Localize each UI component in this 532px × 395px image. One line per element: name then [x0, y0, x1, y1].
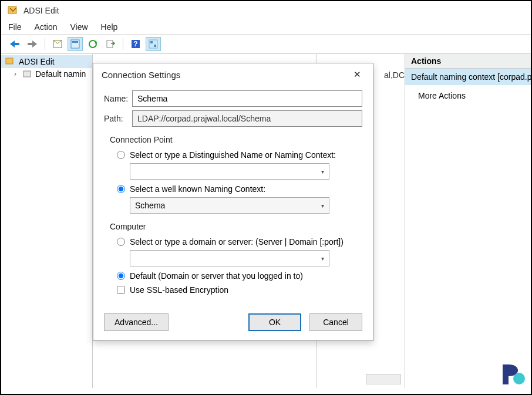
svg-point-15 — [513, 373, 525, 384]
cancel-button[interactable]: Cancel — [309, 313, 362, 331]
svg-rect-13 — [6, 58, 13, 64]
view-config-icon[interactable] — [146, 37, 161, 51]
ssl-checkbox[interactable] — [117, 286, 125, 294]
toolbar: ? — [1, 35, 531, 54]
close-icon[interactable]: ✕ — [350, 69, 365, 80]
tree-root-label: ADSI Edit — [19, 57, 55, 66]
expander-icon[interactable]: › — [14, 70, 21, 78]
window-titlebar: ADSI Edit — [1, 1, 531, 20]
chevron-down-icon: ▾ — [321, 168, 324, 175]
tree-root[interactable]: ADSI Edit — [1, 55, 92, 68]
refresh-icon[interactable] — [85, 37, 100, 51]
forward-button[interactable] — [25, 37, 40, 51]
menu-help[interactable]: Help — [101, 22, 118, 32]
toolbar-separator — [123, 38, 123, 50]
back-button[interactable] — [7, 37, 22, 51]
chevron-down-icon: ▾ — [321, 202, 324, 209]
tree-child-label: Default namin — [35, 69, 86, 79]
more-actions[interactable]: More Actions — [405, 85, 531, 106]
svg-rect-5 — [72, 41, 78, 43]
radio-default[interactable] — [117, 272, 125, 280]
radio-wellknown-label: Select a well known Naming Context: — [130, 184, 265, 194]
ssl-label: Use SSL-based Encryption — [130, 285, 228, 295]
computer-label: Computer — [110, 222, 362, 231]
actions-context[interactable]: Default naming context [corpad.prajw — [405, 69, 531, 85]
scrollbar[interactable] — [366, 374, 401, 384]
svg-rect-7 — [107, 40, 113, 48]
connection-point-label: Connection Point — [110, 135, 362, 144]
path-input — [132, 110, 362, 127]
tree-child[interactable]: › Default namin — [1, 68, 92, 80]
svg-rect-1 — [14, 43, 19, 45]
svg-rect-11 — [150, 41, 153, 43]
wellknown-value: Schema — [135, 201, 165, 210]
name-input[interactable] — [132, 90, 362, 107]
container-icon — [22, 69, 32, 79]
connection-settings-dialog: Connection Settings ✕ Name: Path: Connec… — [93, 63, 373, 341]
svg-rect-12 — [154, 45, 156, 47]
radio-dn[interactable] — [117, 151, 125, 159]
toolbar-separator — [45, 38, 45, 50]
window-title: ADSI Edit — [23, 6, 59, 15]
adsi-icon — [5, 56, 15, 67]
advanced-button[interactable]: Advanced... — [104, 313, 169, 331]
tree-panel: ADSI Edit › Default namin — [1, 54, 93, 388]
menu-file[interactable]: File — [8, 22, 22, 32]
svg-rect-14 — [23, 71, 31, 77]
radio-default-label: Default (Domain or server that you logge… — [130, 271, 303, 281]
domain-select[interactable]: ▾ — [130, 250, 329, 266]
properties-icon[interactable] — [68, 37, 83, 51]
watermark-icon — [499, 361, 526, 390]
wellknown-select[interactable]: Schema ▾ — [130, 197, 329, 214]
help-icon[interactable]: ? — [128, 37, 143, 51]
menu-action[interactable]: Action — [35, 22, 58, 32]
radio-domain-label: Select or type a domain or server: (Serv… — [130, 237, 344, 247]
partial-text: al,DC — [384, 70, 405, 80]
radio-dn-label: Select or type a Distinguished Name or N… — [130, 150, 336, 160]
path-label: Path: — [104, 114, 132, 123]
dialog-title: Connection Settings — [102, 70, 180, 80]
actions-header: Actions — [405, 54, 531, 69]
menu-bar: File Action View Help — [1, 20, 531, 35]
radio-wellknown[interactable] — [117, 185, 125, 193]
dn-select[interactable]: ▾ — [130, 163, 329, 180]
chevron-down-icon: ▾ — [321, 255, 324, 262]
svg-text:?: ? — [133, 40, 137, 48]
tree-window-icon[interactable] — [50, 37, 65, 51]
app-icon — [7, 5, 19, 16]
name-label: Name: — [104, 94, 132, 103]
radio-domain[interactable] — [117, 238, 125, 246]
actions-panel: Actions Default naming context [corpad.p… — [405, 54, 531, 388]
export-icon[interactable] — [103, 37, 118, 51]
svg-rect-2 — [28, 43, 33, 45]
ok-button[interactable]: OK — [248, 313, 301, 331]
menu-view[interactable]: View — [70, 22, 87, 32]
